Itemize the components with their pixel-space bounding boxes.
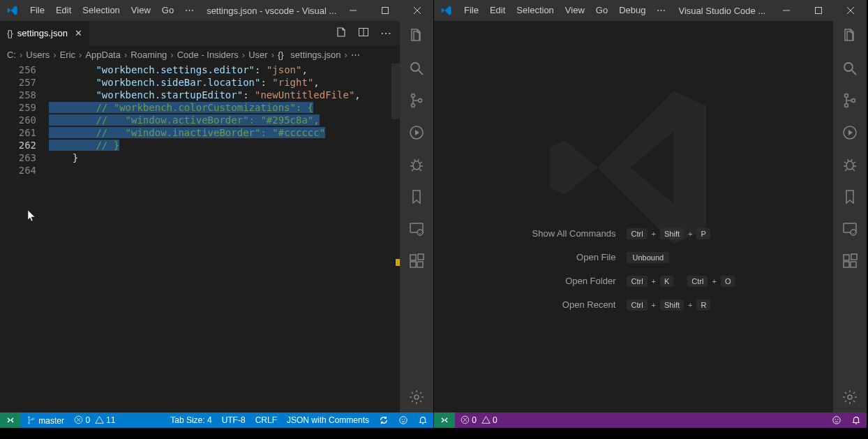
settings-gear-icon[interactable]	[408, 389, 425, 405]
split-editor-icon[interactable]	[358, 27, 369, 40]
chevron-right-icon: ›	[122, 50, 129, 60]
breadcrumb-item[interactable]: Code - Insiders	[177, 50, 239, 60]
breadcrumb-item[interactable]: {} settings.json	[278, 50, 341, 60]
status-bell-icon[interactable]	[418, 415, 428, 425]
code-content[interactable]: "workbench.settings.editor": "json", "wo…	[49, 64, 400, 412]
svg-line-26	[852, 70, 856, 75]
menu-selection[interactable]: Selection	[511, 0, 559, 21]
maximize-button[interactable]	[802, 0, 835, 21]
menu-file[interactable]: File	[458, 0, 484, 21]
status-bar: master 0 11 Tab Size: 4 UTF-8 CRLF JSON …	[0, 412, 433, 428]
svg-point-28	[845, 104, 848, 107]
breadcrumb-item[interactable]: ⋯	[351, 50, 360, 60]
breadcrumb-item[interactable]: AppData	[85, 50, 121, 60]
menu-go[interactable]: Go	[590, 0, 613, 21]
menu-more[interactable]: ⋯	[651, 0, 671, 21]
status-git-branch[interactable]: master	[27, 415, 64, 426]
search-icon[interactable]	[841, 60, 858, 77]
titlebar: File Edit Selection View Go Debug ⋯ Visu…	[434, 0, 867, 21]
menu-go[interactable]: Go	[156, 0, 179, 21]
status-bell-icon[interactable]	[851, 415, 861, 425]
tab-settings-json[interactable]: {} settings.json ✕	[0, 21, 89, 45]
cmd-open-file: Open File	[532, 252, 616, 262]
status-language[interactable]: JSON with Comments	[287, 415, 369, 425]
extensions-icon[interactable]	[841, 253, 858, 269]
svg-rect-13	[410, 262, 416, 267]
menu-selection[interactable]: Selection	[77, 0, 125, 21]
breadcrumb-item[interactable]: C:	[7, 50, 16, 60]
minimize-button[interactable]	[770, 0, 802, 21]
menu-edit[interactable]: Edit	[50, 0, 77, 21]
source-control-icon[interactable]	[408, 92, 425, 109]
bookmark-icon[interactable]	[841, 188, 858, 205]
files-explorer-icon[interactable]	[841, 28, 858, 45]
vscode-logo-icon	[0, 5, 24, 16]
remote-indicator[interactable]	[434, 412, 455, 428]
files-explorer-icon[interactable]	[408, 28, 425, 45]
remote-explorer-icon[interactable]	[841, 221, 858, 237]
overview-ruler-marker[interactable]	[396, 259, 400, 263]
breadcrumbs[interactable]: C:› Users› Eric› AppData› Roaming› Code …	[0, 45, 400, 64]
chevron-right-icon: ›	[51, 50, 58, 60]
menu-view[interactable]: View	[560, 0, 590, 21]
activity-bar	[833, 21, 867, 412]
bug-icon[interactable]	[408, 156, 425, 173]
svg-point-9	[413, 161, 420, 170]
svg-rect-15	[418, 254, 424, 260]
breadcrumb-item[interactable]: Roaming	[130, 50, 167, 60]
svg-point-22	[402, 419, 403, 419]
window-controls	[770, 0, 867, 21]
chevron-right-icon: ›	[168, 50, 175, 60]
settings-gear-icon[interactable]	[841, 389, 858, 405]
tab-label: settings.json	[17, 28, 68, 38]
menu-more[interactable]: ⋯	[179, 0, 200, 21]
debug-icon[interactable]	[841, 124, 858, 141]
menu-file[interactable]: File	[24, 0, 50, 21]
mouse-cursor-icon	[28, 210, 36, 223]
window-title: Visual Studio Code ...	[671, 6, 770, 16]
window-title: settings.json - vscode - Visual ...	[200, 6, 337, 16]
menu-edit[interactable]: Edit	[484, 0, 511, 21]
svg-rect-24	[816, 8, 822, 14]
close-button[interactable]	[401, 0, 433, 21]
open-changes-icon[interactable]	[336, 27, 347, 40]
window-controls	[337, 0, 433, 21]
minimize-button[interactable]	[337, 0, 369, 21]
tab-close-icon[interactable]: ✕	[75, 28, 82, 38]
menu-debug[interactable]: Debug	[613, 0, 651, 21]
code-editor[interactable]: 256 257 258 259 260 261 262 263 264 "wor…	[0, 64, 400, 412]
status-feedback-icon[interactable]	[832, 415, 841, 425]
breadcrumb-item[interactable]: Users	[26, 50, 50, 60]
svg-point-29	[852, 99, 855, 103]
chevron-right-icon: ›	[240, 50, 247, 60]
svg-point-38	[848, 395, 852, 399]
bookmark-icon[interactable]	[408, 188, 425, 205]
source-control-icon[interactable]	[841, 92, 858, 109]
chevron-right-icon: ›	[77, 50, 84, 60]
remote-explorer-icon[interactable]	[408, 221, 425, 237]
bug-icon[interactable]	[841, 156, 858, 173]
status-tab-size[interactable]: Tab Size: 4	[170, 415, 211, 425]
status-eol[interactable]: CRLF	[255, 415, 277, 425]
close-button[interactable]	[835, 0, 867, 21]
svg-point-21	[400, 417, 407, 424]
editor-group: {} settings.json ✕ ⋯ C:› Users› Eri	[0, 21, 400, 412]
debug-icon[interactable]	[408, 124, 425, 141]
maximize-button[interactable]	[369, 0, 401, 21]
status-sync-icon[interactable]	[379, 415, 389, 425]
breadcrumb-item[interactable]: Eric	[60, 50, 75, 60]
status-problems[interactable]: 0 0	[461, 415, 497, 425]
status-encoding[interactable]: UTF-8	[222, 415, 246, 425]
remote-indicator[interactable]	[0, 412, 21, 428]
more-actions-icon[interactable]: ⋯	[380, 27, 391, 40]
menu-view[interactable]: View	[126, 0, 156, 21]
keybinding: Ctrl+Shift+P	[627, 228, 735, 239]
status-feedback-icon[interactable]	[398, 415, 408, 425]
minimap[interactable]	[391, 64, 400, 119]
extensions-icon[interactable]	[408, 253, 425, 269]
tabs: {} settings.json ✕ ⋯	[0, 21, 400, 45]
status-problems[interactable]: 0 11	[74, 415, 115, 425]
search-icon[interactable]	[408, 60, 425, 77]
svg-rect-34	[844, 255, 849, 260]
breadcrumb-item[interactable]: User	[248, 50, 267, 60]
